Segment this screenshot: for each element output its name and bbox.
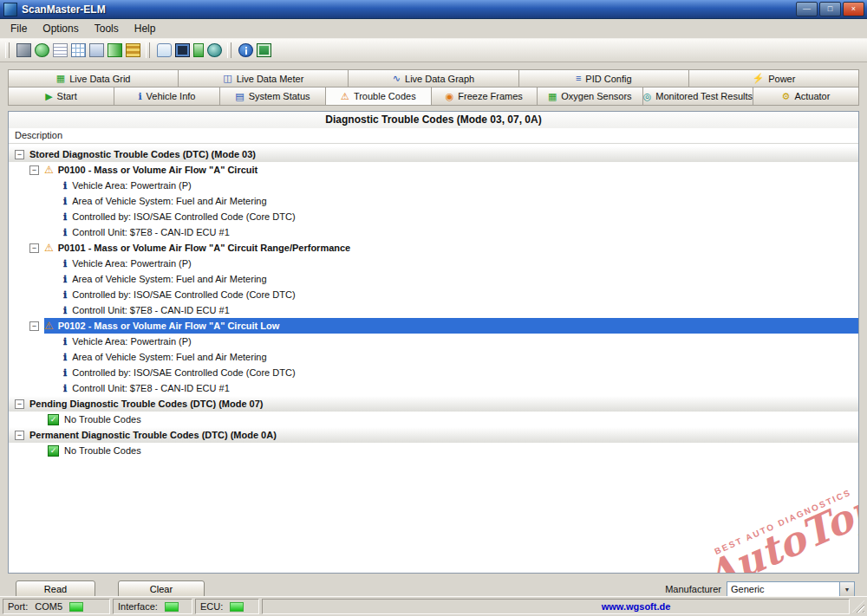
tab-freeze-frames[interactable]: ◉ Freeze Frames xyxy=(431,87,538,106)
grid-icon: ▦ xyxy=(56,74,65,83)
toolbar-grip[interactable] xyxy=(5,42,10,58)
toolbar-grip[interactable] xyxy=(227,42,231,58)
manufacturer-select[interactable]: Generic ▼ xyxy=(727,581,855,598)
toolbar xyxy=(0,39,867,62)
dtc-detail-row[interactable]: ℹ Controlled by: ISO/SAE Controlled Code… xyxy=(9,209,858,224)
calculator-icon[interactable] xyxy=(89,43,104,57)
dtc-detail-row[interactable]: ℹ Controlled by: ISO/SAE Controlled Code… xyxy=(9,287,858,302)
tab-oxygen-sensors[interactable]: ▦ Oxygen Sensors xyxy=(537,87,643,106)
section-label: Pending Diagnostic Trouble Codes (DTC) (… xyxy=(29,399,264,409)
dtc-detail-row[interactable]: ℹ Vehicle Area: Powertrain (P) xyxy=(9,178,858,193)
app-icon xyxy=(3,3,17,16)
dtc-code-row-p0102[interactable]: − ⚠ P0102 - Mass or Volume Air Flow "A" … xyxy=(9,318,858,334)
close-button[interactable]: × xyxy=(843,2,864,16)
warning-icon: ⚠ xyxy=(44,243,54,253)
display-icon[interactable] xyxy=(175,43,190,57)
info-icon[interactable] xyxy=(238,43,253,57)
resize-grip[interactable] xyxy=(852,600,864,613)
column-header-description[interactable]: Description xyxy=(9,128,858,144)
dtc-detail-row[interactable]: ℹ Controll Unit: $7E8 - CAN-ID ECU #1 xyxy=(9,302,858,318)
dtc-detail-row[interactable]: ℹ Controll Unit: $7E8 - CAN-ID ECU #1 xyxy=(9,380,858,396)
dtc-code-row-p0100[interactable]: − ⚠ P0100 - Mass or Volume Air Flow "A" … xyxy=(9,162,858,178)
website-link[interactable]: www.wgsoft.de xyxy=(602,601,671,612)
dtc-detail-row[interactable]: ℹ Vehicle Area: Powertrain (P) xyxy=(9,334,858,349)
status-interface: Interface: xyxy=(113,599,192,614)
dtc-detail-row[interactable]: ℹ Area of Vehicle System: Fuel and Air M… xyxy=(9,271,858,287)
battery-icon[interactable] xyxy=(108,43,122,57)
toolbar-grip[interactable] xyxy=(146,42,150,58)
tab-start[interactable]: ▶ Start xyxy=(8,87,114,106)
message-icon[interactable] xyxy=(157,43,172,57)
dtc-code-row-p0101[interactable]: − ⚠ P0101 - Mass or Volume Air Flow "A" … xyxy=(9,240,858,256)
monitored-tests-icon: ◎ xyxy=(643,92,652,101)
ecu-led xyxy=(230,602,244,612)
maximize-button[interactable]: □ xyxy=(819,2,841,16)
log-icon[interactable] xyxy=(53,43,68,57)
tree-section-permanent[interactable]: − Permanent Diagnostic Trouble Codes (DT… xyxy=(9,427,858,443)
tree-section-pending[interactable]: − Pending Diagnostic Trouble Codes (DTC)… xyxy=(9,396,858,412)
dtc-detail-row[interactable]: ℹ Area of Vehicle System: Fuel and Air M… xyxy=(9,349,858,365)
manufacturer-value: Generic xyxy=(727,584,839,594)
actuator-icon: ⚙ xyxy=(782,92,791,101)
menu-options[interactable]: Options xyxy=(35,20,86,37)
selected-row-highlight: ⚠ P0102 - Mass or Volume Air Flow "A" Ci… xyxy=(44,318,858,334)
dtc-detail-row[interactable]: ℹ Vehicle Area: Powertrain (P) xyxy=(9,256,858,271)
info-icon: ℹ xyxy=(63,228,67,237)
browser-icon[interactable] xyxy=(35,43,49,57)
section-label: Permanent Diagnostic Trouble Codes (DTC)… xyxy=(29,430,277,440)
menu-tools[interactable]: Tools xyxy=(87,20,127,37)
config-icon: ≡ xyxy=(576,74,581,83)
tab-system-status[interactable]: ▤ System Status xyxy=(219,87,326,106)
collapse-icon[interactable]: − xyxy=(15,150,24,159)
tab-label: Actuator xyxy=(794,91,830,101)
dtc-detail-row[interactable]: ℹ Controll Unit: $7E8 - CAN-ID ECU #1 xyxy=(9,224,858,240)
oxygen-sensors-icon: ▦ xyxy=(548,92,557,101)
menu-help[interactable]: Help xyxy=(127,20,164,37)
collapse-icon[interactable]: − xyxy=(29,243,39,253)
tab-label: System Status xyxy=(249,91,310,101)
dropdown-arrow-icon[interactable]: ▼ xyxy=(839,582,854,597)
tab-monitored-test-results[interactable]: ◎ Monitored Test Results xyxy=(642,87,753,106)
collapse-icon[interactable]: − xyxy=(15,399,24,409)
info-icon: ℹ xyxy=(63,384,67,393)
port-label: Port: xyxy=(8,601,28,612)
tree-section-stored[interactable]: − Stored Diagnostic Trouble Codes (DTC) … xyxy=(9,146,858,162)
status-website: www.wgsoft.de xyxy=(262,599,850,614)
tab-power[interactable]: ⚡ Power xyxy=(688,69,859,88)
tab-trouble-codes[interactable]: ⚠ Trouble Codes xyxy=(325,87,432,106)
dtc-code-label: P0100 - Mass or Volume Air Flow "A" Circ… xyxy=(58,165,257,175)
no-trouble-codes-row[interactable]: ✓ No Trouble Codes xyxy=(9,412,858,427)
dtc-detail-label: Area of Vehicle System: Fuel and Air Met… xyxy=(72,274,266,284)
tab-actuator[interactable]: ⚙ Actuator xyxy=(753,87,859,106)
info-icon: ℹ xyxy=(63,290,67,300)
tab-label: Monitored Test Results xyxy=(655,91,753,101)
connect-icon[interactable] xyxy=(16,43,31,57)
menu-bar: File Options Tools Help xyxy=(0,19,867,39)
collapse-icon[interactable]: − xyxy=(29,321,39,331)
collapse-icon[interactable]: − xyxy=(15,431,24,440)
dtc-detail-label: Vehicle Area: Powertrain (P) xyxy=(72,336,192,347)
cells-icon[interactable] xyxy=(126,43,140,57)
device-icon[interactable] xyxy=(193,43,204,57)
dtc-detail-label: Controlled by: ISO/SAE Controlled Code (… xyxy=(72,367,295,378)
tab-pid-config[interactable]: ≡ PID Config xyxy=(518,69,689,88)
dtc-detail-row[interactable]: ℹ Controlled by: ISO/SAE Controlled Code… xyxy=(9,365,858,380)
info-icon: ℹ xyxy=(63,181,67,191)
watermark: BEST AUTO DIAGNOSTICS AutoTop xyxy=(697,480,859,574)
globe-icon[interactable] xyxy=(207,43,222,57)
tab-live-data-grid[interactable]: ▦ Live Data Grid xyxy=(8,69,179,88)
tab-label: PID Config xyxy=(585,74,631,84)
tab-vehicle-info[interactable]: ℹ Vehicle Info xyxy=(114,87,220,106)
manufacturer-label: Manufacturer xyxy=(665,584,721,594)
tab-live-data-meter[interactable]: ◫ Live Data Meter xyxy=(178,69,349,88)
dtc-detail-row[interactable]: ℹ Area of Vehicle System: Fuel and Air M… xyxy=(9,193,858,209)
chip-icon[interactable] xyxy=(257,43,271,57)
watermark-title: AutoTop xyxy=(701,489,859,574)
tab-live-data-graph[interactable]: ∿ Live Data Graph xyxy=(348,69,518,88)
collapse-icon[interactable]: − xyxy=(29,165,39,175)
menu-file[interactable]: File xyxy=(3,20,35,37)
trouble-codes-icon: ⚠ xyxy=(341,92,349,101)
data-grid-icon[interactable] xyxy=(71,43,86,57)
minimize-button[interactable]: — xyxy=(796,2,818,16)
no-trouble-codes-row[interactable]: ✓ No Trouble Codes xyxy=(9,443,858,458)
